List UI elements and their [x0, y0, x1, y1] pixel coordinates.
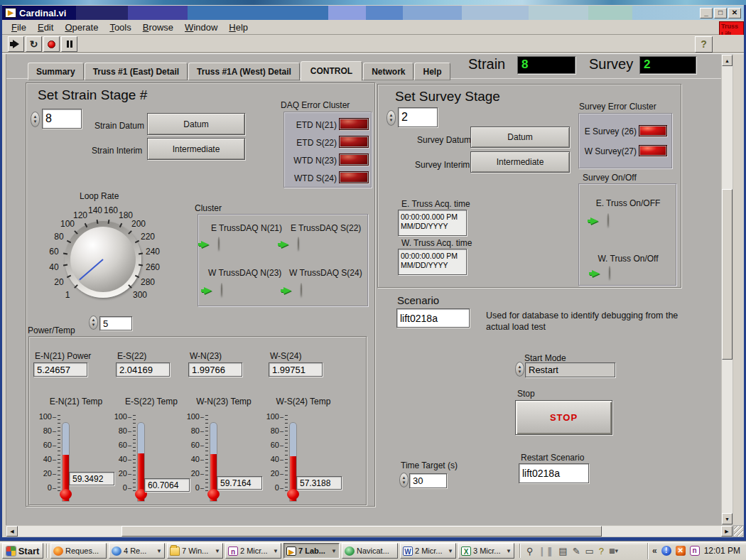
- tab-help[interactable]: Help: [414, 63, 450, 80]
- start-mode-spinner[interactable]: ▲▼: [515, 362, 524, 377]
- survey-stage-spinner[interactable]: ▲▼: [386, 110, 396, 126]
- taskbar-item-firefox[interactable]: Reques...: [50, 543, 107, 559]
- e-trussdaq-n21-button[interactable]: [218, 237, 220, 250]
- survey-datum-button[interactable]: Datum: [470, 126, 570, 148]
- strain-value-display: 8: [517, 56, 575, 74]
- narrator-icon[interactable]: ❙❚: [539, 546, 554, 556]
- tab-network[interactable]: Network: [363, 63, 413, 80]
- tray-chevron-icon[interactable]: «: [652, 546, 657, 556]
- loop-rate-spinner[interactable]: ▲▼: [89, 316, 98, 330]
- knob-scale-label: 120: [73, 210, 87, 220]
- vertical-scroll-thumb[interactable]: [722, 189, 733, 360]
- knob-scale-label: 100: [60, 219, 75, 229]
- survey-interim-button[interactable]: Intermediate: [470, 151, 570, 173]
- show-desktop-icon[interactable]: ▩▾: [609, 547, 618, 554]
- scroll-down-button[interactable]: ▼: [722, 513, 733, 524]
- strain-datum-label: Strain Datum: [94, 121, 144, 131]
- tab-truss-1a-west-detail[interactable]: Truss #1A (West) Detail: [188, 63, 300, 80]
- w-trussdaq-n23-button[interactable]: [221, 283, 222, 296]
- windows-flag-icon: [6, 546, 16, 556]
- horizontal-scroll-thumb[interactable]: [121, 526, 602, 537]
- menu-window[interactable]: Window: [180, 21, 222, 34]
- taskbar-item-remote[interactable]: 4 Re...▼: [109, 543, 165, 559]
- tab-truss-1-east-detail[interactable]: Truss #1 (East) Detail: [85, 63, 188, 80]
- run-continuous-button[interactable]: ↻: [26, 36, 42, 52]
- menu-edit[interactable]: Edit: [33, 21, 58, 34]
- horizontal-scrollbar[interactable]: ◀ ▶: [6, 525, 733, 537]
- tab-control[interactable]: CONTROL: [301, 61, 362, 81]
- taskbar-item-excel[interactable]: X 3 Micr...▼: [458, 543, 514, 559]
- minimize-button[interactable]: _: [700, 8, 713, 18]
- security-alert-icon[interactable]: ✕: [676, 546, 686, 556]
- menu-tools[interactable]: Tools: [104, 21, 136, 34]
- survey-panel-title: Set Survey Stage: [395, 89, 500, 104]
- stop-button[interactable]: STOP: [515, 400, 612, 435]
- menu-browse[interactable]: Browse: [138, 21, 178, 34]
- trussdaq-label: W TrussDAQ S(24): [289, 268, 362, 278]
- start-mode-label: Start Mode: [524, 353, 566, 363]
- tablet-input-icon[interactable]: ▤: [558, 546, 567, 556]
- tab-summary[interactable]: Summary: [28, 63, 84, 80]
- thermometer-e-n21: E-N(21) Temp 100806040200 59.3492: [38, 397, 116, 505]
- resize-grip[interactable]: [733, 525, 744, 537]
- pause-button[interactable]: [61, 36, 77, 52]
- labview-app-icon: ▶: [5, 8, 16, 18]
- menu-help[interactable]: Help: [224, 21, 253, 34]
- survey-stage-input[interactable]: 2: [398, 107, 438, 127]
- w-truss-acq-display: 00:00:00.000 PMMM/DD/YYYY: [398, 249, 467, 275]
- green-arrow-icon: [201, 241, 209, 248]
- close-button[interactable]: ✕: [728, 8, 741, 18]
- run-button[interactable]: [8, 36, 24, 52]
- temp-value: 59.7164: [217, 476, 262, 490]
- onenote-tray-icon[interactable]: n: [690, 546, 700, 556]
- strain-stage-spinner[interactable]: ▲▼: [31, 112, 40, 127]
- start-mode-value[interactable]: Restart: [525, 362, 615, 377]
- vertical-scrollbar[interactable]: ▲ ▼: [721, 54, 733, 525]
- time-target-spinner[interactable]: ▲▼: [399, 473, 409, 488]
- taskbar-item-labview[interactable]: ▶ 7 Lab...▼: [283, 543, 340, 559]
- power-label: E-N(21) Power: [35, 351, 91, 361]
- power-label: W-S(24): [270, 351, 301, 361]
- help-icon[interactable]: ?: [599, 546, 604, 556]
- taskbar-item-windows-explorer[interactable]: 7 Win...▼: [167, 543, 223, 559]
- survey-datum-label: Survey Datum: [417, 135, 471, 145]
- strain-interim-button[interactable]: Intermediate: [147, 138, 245, 160]
- start-button[interactable]: Start: [2, 543, 43, 559]
- survey-error-cluster-title: Survey Error Cluster: [579, 102, 656, 112]
- scroll-left-button[interactable]: ◀: [6, 526, 18, 537]
- thermometer-w-s24: W-S(24) Temp 100806040200 57.3188: [265, 397, 343, 505]
- strain-stage-input[interactable]: 8: [42, 109, 82, 129]
- loop-rate-input[interactable]: 5: [99, 316, 132, 330]
- stop-label: Stop: [517, 389, 535, 399]
- strain-datum-button[interactable]: Datum: [147, 113, 245, 135]
- window-titlebar[interactable]: ▶ Cardinal.vi _ □ ✕: [2, 6, 744, 20]
- pen-icon[interactable]: ✎: [573, 546, 580, 556]
- led-label: WTD S(24): [287, 173, 337, 183]
- daq-error-cluster-title: DAQ Error Cluster: [281, 100, 350, 110]
- context-help-button[interactable]: ?: [695, 36, 713, 53]
- w-truss-onoff-button[interactable]: [609, 266, 610, 279]
- scroll-up-button[interactable]: ▲: [722, 55, 733, 66]
- abort-button[interactable]: [43, 36, 60, 52]
- taskbar-item-word[interactable]: W 2 Micr...▼: [400, 543, 456, 559]
- e-trussdaq-s22-button[interactable]: [298, 237, 299, 250]
- messenger-alert-icon[interactable]: !: [661, 546, 671, 556]
- labview-icon: ▶: [286, 546, 296, 556]
- strain-stage-panel: Set Strain Stage # ▲▼ 8 Strain Datum Dat…: [26, 82, 375, 507]
- scenario-input[interactable]: lift0218a: [396, 308, 470, 328]
- microphone-icon[interactable]: ⚲: [526, 546, 534, 556]
- taskbar-item-navicat[interactable]: Navicat...: [342, 543, 398, 559]
- menu-file[interactable]: File: [6, 21, 31, 34]
- time-target-input[interactable]: 30: [409, 473, 447, 488]
- survey-header-label: Survey: [589, 56, 633, 72]
- w-trussdaq-s24-button[interactable]: [301, 283, 302, 296]
- scroll-right-button[interactable]: ▶: [721, 526, 733, 537]
- e-truss-onoff-button[interactable]: [607, 213, 609, 227]
- menu-operate[interactable]: Operate: [60, 21, 103, 34]
- taskbar-item-onenote[interactable]: n 2 Micr...▼: [225, 543, 281, 559]
- window-icon[interactable]: ▭: [585, 546, 594, 556]
- restart-scenario-input[interactable]: lift0218a: [519, 463, 589, 483]
- temp-value: 57.3188: [296, 476, 342, 490]
- power-temp-label: Power/Temp: [28, 325, 75, 335]
- maximize-button[interactable]: □: [714, 8, 727, 18]
